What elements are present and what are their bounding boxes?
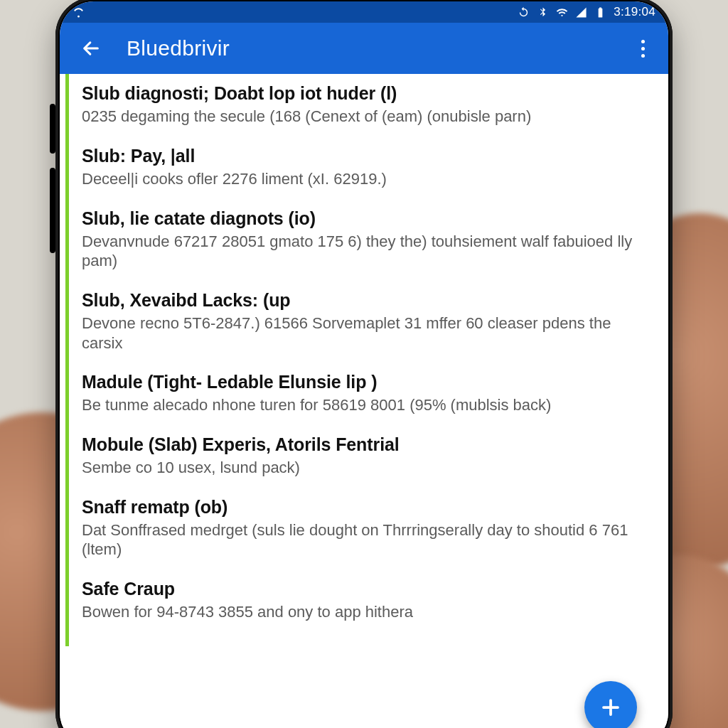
wifi-activity-icon <box>73 6 85 18</box>
list-item-desc: Devanvnude 67217 28051 gmato 175 6) they… <box>82 232 654 271</box>
bluetooth-icon <box>537 6 549 18</box>
list-item-desc: Sembe co 10 usex, lsund pack) <box>82 458 654 478</box>
list-item-desc: Bowen for 94-8743 3855 and ony to app hi… <box>82 602 654 622</box>
app-title: Bluedbrivir <box>127 36 607 60</box>
content-area: Slub diagnosti; Doabt lop iot huder (l)0… <box>60 74 668 728</box>
phone-frame: 3:19:04 Bluedbrivir Slub diagnosti; Doab… <box>55 0 673 728</box>
list-item[interactable]: Slub, lie catate diagnots (io)Devanvnude… <box>69 199 668 281</box>
list-item[interactable]: Mobule (Slab) Experis, Atorils FentrialS… <box>69 425 668 488</box>
status-time: 3:19:04 <box>614 5 655 19</box>
list-item[interactable]: Madule (Tight- Ledable Elunsie lip )Be t… <box>69 363 668 425</box>
list-item-title: Madule (Tight- Ledable Elunsie lip ) <box>82 371 654 393</box>
list-item-desc: Be tunme alecado nhone turen for 58619 8… <box>82 395 654 415</box>
plus-icon <box>600 697 621 718</box>
wifi-icon <box>556 6 568 18</box>
list-item[interactable]: Slub diagnosti; Doabt lop iot huder (l)0… <box>69 74 668 136</box>
more-options-button[interactable] <box>627 33 658 64</box>
sync-icon <box>518 6 530 18</box>
list-item[interactable]: Slub, Xevaibd Lacks: (upDevone recno 5T6… <box>69 281 668 363</box>
kebab-dot-icon <box>641 54 645 58</box>
add-fab[interactable] <box>584 681 637 728</box>
signal-icon <box>575 6 587 18</box>
list-item-title: Slub, lie catate diagnots (io) <box>82 208 654 230</box>
list-item-desc: Devone recno 5T6-2847.) 61566 Sorvemaple… <box>82 314 654 353</box>
list-item-desc: Dat Sonffrased medrget (suls lie dought … <box>82 520 654 560</box>
list-item-title: Safe Craup <box>82 578 654 600</box>
kebab-dot-icon <box>641 47 645 50</box>
list-item[interactable]: Safe CraupBowen for 94-8743 3855 and ony… <box>69 569 668 632</box>
arrow-left-icon <box>81 38 101 58</box>
list-item[interactable]: Snaff rematp (ob)Dat Sonffrased medrget … <box>69 488 668 569</box>
list-item-desc: Deceel|i cooks ofler 2276 liment (xI. 62… <box>82 169 654 189</box>
list-item-desc: 0235 degaming the secule (168 (Cenext of… <box>82 107 654 127</box>
diagnostic-list[interactable]: Slub diagnosti; Doabt lop iot huder (l)0… <box>65 74 668 646</box>
back-button[interactable] <box>75 33 107 64</box>
list-item-title: Slub, Xevaibd Lacks: (up <box>82 289 654 311</box>
list-item-title: Slub diagnosti; Doabt lop iot huder (l) <box>82 82 654 105</box>
list-item-title: Mobule (Slab) Experis, Atorils Fentrial <box>82 434 654 456</box>
battery-icon <box>594 6 606 18</box>
list-item[interactable]: Slub: Pay, |allDeceel|i cooks ofler 2276… <box>69 136 668 199</box>
app-bar: Bluedbrivir <box>60 23 668 74</box>
phone-screen: 3:19:04 Bluedbrivir Slub diagnosti; Doab… <box>60 1 668 728</box>
status-bar: 3:19:04 <box>60 1 668 23</box>
list-item-title: Snaff rematp (ob) <box>82 496 654 518</box>
list-item-title: Slub: Pay, |all <box>82 145 654 167</box>
kebab-dot-icon <box>641 40 645 43</box>
